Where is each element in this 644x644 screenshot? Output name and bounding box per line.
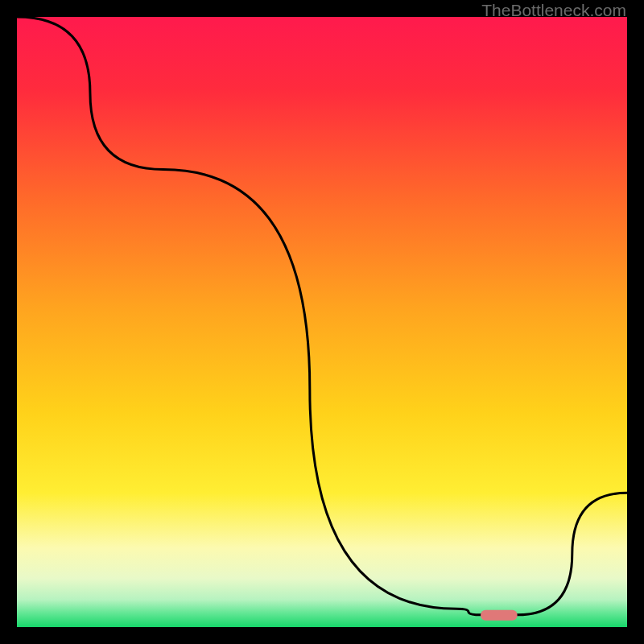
gradient-background <box>17 17 627 627</box>
chart-frame <box>17 17 627 627</box>
watermark-text: TheBottleneck.com <box>481 1 626 20</box>
optimal-marker <box>481 610 517 621</box>
bottleneck-chart <box>17 17 627 627</box>
